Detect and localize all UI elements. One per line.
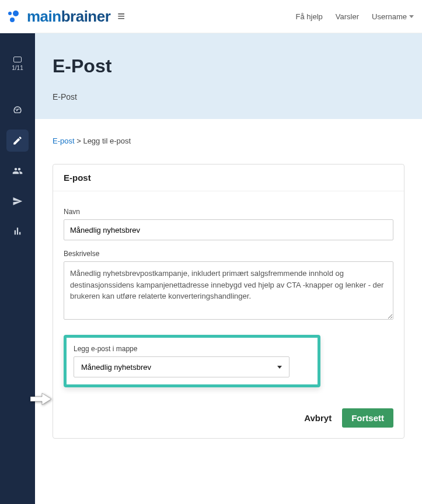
step-counter: 1/11 <box>12 65 23 71</box>
paper-plane-icon <box>12 196 23 206</box>
logo[interactable]: mainbrainer <box>8 8 110 26</box>
username-label: Username <box>372 12 407 21</box>
bar-chart-icon <box>12 226 23 237</box>
name-input[interactable] <box>64 219 393 240</box>
gauge-icon <box>12 105 23 116</box>
topbar: mainbrainer ≡ Få hjelp Varsler Username <box>0 0 422 33</box>
logo-text-brainer: brainer <box>61 8 111 26</box>
description-label: Beskrivelse <box>64 250 393 258</box>
page-content: E-post > Legg til e-post E-post Navn Bes… <box>35 119 422 456</box>
users-icon <box>12 166 23 176</box>
list-icon <box>13 57 22 62</box>
folder-select[interactable]: Månedlig nyhetsbrev <box>74 356 290 377</box>
panel-body: Navn Beskrivelse Legg e-post i mappe Mån… <box>53 191 404 398</box>
panel-footer: Avbryt Fortsett <box>53 398 404 438</box>
sidebar-step-indicator: 1/11 <box>12 57 23 71</box>
sidebar-item-compose[interactable] <box>6 130 29 152</box>
help-link[interactable]: Få hjelp <box>296 12 323 21</box>
pencil-icon <box>12 135 23 146</box>
topbar-right: Få hjelp Varsler Username <box>296 12 414 21</box>
page-title: E-Post <box>53 55 404 77</box>
sidebar-item-analytics[interactable] <box>6 220 29 243</box>
folder-select-value: Månedlig nyhetsbrev <box>81 363 151 372</box>
alerts-link[interactable]: Varsler <box>336 12 359 21</box>
cancel-button[interactable]: Avbryt <box>304 413 332 423</box>
email-panel: E-post Navn Beskrivelse Legg e-post i ma… <box>53 164 404 439</box>
folder-label: Legg e-post i mappe <box>74 345 311 353</box>
breadcrumb-current: Legg til e-post <box>83 136 131 145</box>
sidebar: 1/11 <box>0 33 35 504</box>
continue-button[interactable]: Fortsett <box>342 408 393 428</box>
user-menu[interactable]: Username <box>372 12 414 21</box>
page-subtitle: E-Post <box>53 92 404 102</box>
breadcrumb-link[interactable]: E-post <box>53 136 75 145</box>
sidebar-item-send[interactable] <box>6 190 29 212</box>
description-textarea[interactable] <box>64 261 393 320</box>
hamburger-menu-icon[interactable]: ≡ <box>117 9 125 24</box>
chevron-down-icon <box>409 15 414 18</box>
breadcrumb: E-post > Legg til e-post <box>53 136 404 145</box>
name-label: Navn <box>64 208 393 216</box>
breadcrumb-separator: > <box>75 136 83 145</box>
folder-highlight-box: Legg e-post i mappe Månedlig nyhetsbrev <box>64 335 320 387</box>
main-content: E-Post E-Post E-post > Legg til e-post E… <box>35 33 422 504</box>
page-hero: E-Post E-Post <box>35 33 422 119</box>
logo-text-main: main <box>27 8 61 26</box>
chevron-down-icon <box>277 366 282 369</box>
panel-header: E-post <box>53 164 404 191</box>
sidebar-item-dashboard[interactable] <box>6 99 29 121</box>
sidebar-item-users[interactable] <box>6 160 29 182</box>
logo-dots-icon <box>8 10 23 22</box>
annotation-arrow-icon <box>30 392 51 406</box>
